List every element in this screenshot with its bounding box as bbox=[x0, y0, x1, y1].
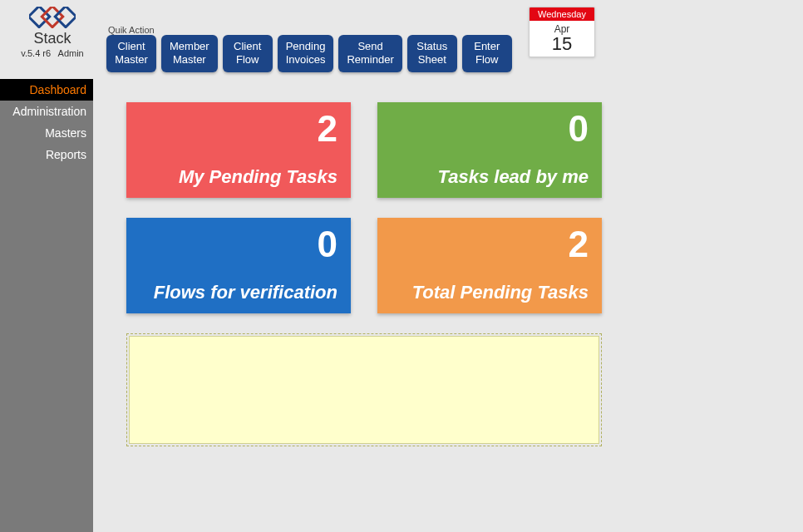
pending-invoices-button[interactable]: PendingInvoices bbox=[278, 35, 334, 72]
quick-action-bar: ClientMaster MemberMaster ClientFlow Pen… bbox=[106, 35, 512, 72]
card-value: 0 bbox=[391, 111, 589, 147]
card-value: 0 bbox=[140, 226, 337, 263]
notes-panel bbox=[126, 333, 602, 446]
main-content: 2 My Pending Tasks 0 Tasks lead by me 0 … bbox=[93, 79, 803, 532]
calendar-widget: Wednesday Apr 15 bbox=[529, 7, 595, 57]
calendar-day: Wednesday bbox=[530, 7, 594, 21]
sidebar-item-administration[interactable]: Administration bbox=[0, 101, 93, 122]
body-layout: Dashboard Administration Masters Reports… bbox=[0, 79, 803, 532]
sidebar: Dashboard Administration Masters Reports bbox=[0, 79, 93, 532]
svg-rect-0 bbox=[29, 7, 50, 27]
member-master-button[interactable]: MemberMaster bbox=[161, 35, 218, 72]
brand-title: Stack bbox=[15, 30, 90, 47]
card-lead-by-me[interactable]: 0 Tasks lead by me bbox=[377, 102, 602, 198]
svg-rect-1 bbox=[42, 7, 62, 27]
card-row-2: 0 Flows for verification 2 Total Pending… bbox=[126, 218, 803, 313]
quick-action-label: Quik Action bbox=[108, 25, 155, 35]
card-my-pending[interactable]: 2 My Pending Tasks bbox=[126, 102, 351, 198]
sidebar-item-masters[interactable]: Masters bbox=[0, 122, 93, 144]
send-reminder-button[interactable]: SendReminder bbox=[338, 35, 402, 72]
calendar-date: 15 bbox=[530, 35, 594, 57]
card-value: 2 bbox=[391, 226, 589, 263]
card-value: 2 bbox=[140, 111, 337, 147]
card-label: Total Pending Tasks bbox=[391, 282, 589, 303]
stack-logo-icon bbox=[15, 7, 90, 28]
card-flows-verification[interactable]: 0 Flows for verification bbox=[126, 218, 351, 313]
enter-flow-button[interactable]: EnterFlow bbox=[462, 35, 512, 72]
brand-version: v.5.4 r6 bbox=[21, 48, 51, 58]
client-master-button[interactable]: ClientMaster bbox=[106, 35, 156, 72]
brand-role: Admin bbox=[58, 48, 84, 58]
brand-block: Stack v.5.4 r6 Admin bbox=[15, 7, 90, 58]
svg-rect-2 bbox=[55, 7, 76, 27]
header: Stack v.5.4 r6 Admin Quik Action ClientM… bbox=[0, 0, 803, 79]
card-label: My Pending Tasks bbox=[140, 166, 337, 188]
status-sheet-button[interactable]: StatusSheet bbox=[407, 35, 457, 72]
sidebar-item-dashboard[interactable]: Dashboard bbox=[0, 79, 93, 101]
brand-subtitle: v.5.4 r6 Admin bbox=[15, 48, 90, 58]
card-label: Tasks lead by me bbox=[391, 166, 589, 188]
card-label: Flows for verification bbox=[140, 282, 337, 303]
card-total-pending[interactable]: 2 Total Pending Tasks bbox=[377, 218, 602, 313]
client-flow-button[interactable]: ClientFlow bbox=[223, 35, 273, 72]
notes-area[interactable] bbox=[129, 336, 599, 444]
card-row-1: 2 My Pending Tasks 0 Tasks lead by me bbox=[126, 102, 803, 198]
sidebar-item-reports[interactable]: Reports bbox=[0, 144, 93, 165]
